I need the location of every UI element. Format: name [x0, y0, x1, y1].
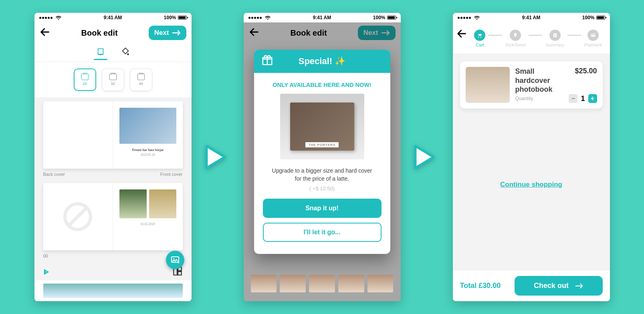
- status-bar: 9:41 AM 100%: [453, 13, 610, 22]
- page-num-left: 00: [43, 254, 48, 258]
- svg-point-0: [127, 53, 129, 55]
- nav-bar: Book edit Next: [34, 22, 192, 43]
- status-bar: 9:41 AM 100%: [244, 13, 401, 22]
- back-button[interactable]: [39, 26, 50, 39]
- screen-title: Book edit: [81, 28, 118, 38]
- flow-arrow-icon: [201, 143, 228, 171]
- tabs: [34, 43, 192, 58]
- step-cart[interactable]: Cart: [474, 30, 485, 47]
- upsell-price: ( +$ 12.50): [263, 185, 382, 191]
- modal-title: Special! ✨: [299, 56, 345, 66]
- size-32[interactable]: 32: [102, 68, 124, 91]
- continue-shopping-link[interactable]: Continue shopping: [460, 181, 603, 189]
- quantity-stepper: − 1 +: [569, 94, 597, 103]
- cart-item: Small hardcover photobook $25.00 Quantit…: [460, 61, 603, 109]
- checkout-button[interactable]: Check out: [515, 276, 603, 296]
- battery-icon: [178, 16, 187, 20]
- qty-plus-button[interactable]: +: [588, 94, 597, 103]
- back-cover-label: Back cover: [43, 172, 65, 177]
- phone-upsell-modal: 9:41 AM 100% Book edit Next Special! ✨ O…: [244, 13, 401, 301]
- phone-book-edit: 9:41 AM 100% Book edit Next 24 32 40: [34, 13, 192, 301]
- phone-cart: 9:41 AM 100% Cart Pick/Send Summary Paym…: [453, 13, 610, 301]
- add-triangle-icon[interactable]: +: [43, 268, 50, 276]
- status-bar: 9:41 AM 100%: [34, 13, 192, 22]
- spread-page[interactable]: 02.02.2020: [43, 183, 183, 250]
- size-40[interactable]: 40: [130, 68, 152, 91]
- decline-upsell-button[interactable]: I'll let it go...: [263, 223, 382, 242]
- photo-strip[interactable]: [34, 280, 192, 301]
- qty-value: 1: [581, 95, 585, 103]
- order-total: Total £30.00: [460, 282, 501, 290]
- tab-color[interactable]: [119, 46, 131, 58]
- step-payment[interactable]: Payment: [584, 30, 602, 47]
- status-time: 9:41 AM: [34, 15, 192, 20]
- accept-upsell-button[interactable]: Snap it up!: [263, 199, 382, 218]
- svg-rect-6: [591, 34, 596, 35]
- qty-minus-button[interactable]: −: [569, 94, 577, 103]
- product-name: Small hardcover photobook: [515, 67, 571, 94]
- availability-text: ONLY AVAILABLE HERE AND NOW!: [263, 82, 382, 88]
- upsell-modal: Special! ✨ ONLY AVAILABLE HERE AND NOW! …: [254, 50, 390, 254]
- gift-icon: [261, 54, 273, 68]
- cover-caption: Festen har bara börjat: [119, 148, 176, 152]
- flow-arrow-icon: [410, 143, 437, 171]
- next-button[interactable]: Next: [149, 26, 187, 40]
- product-image: THE PORTERS: [280, 94, 364, 159]
- cover-date: 2020.05.20: [119, 153, 176, 157]
- spread-cover[interactable]: Festen har bara börjat 2020.05.20: [43, 101, 183, 169]
- quantity-label: Quantity: [515, 96, 533, 101]
- page-date: 02.02.2020: [119, 222, 176, 226]
- upsell-description: Upgrade to a bigger size and hard coverf…: [263, 167, 382, 183]
- size-24[interactable]: 24: [74, 68, 96, 91]
- step-summary[interactable]: Summary: [545, 30, 564, 47]
- step-pick-send[interactable]: Pick/Send: [505, 30, 525, 47]
- back-button[interactable]: [456, 28, 467, 41]
- cover-photo: [119, 108, 176, 144]
- svg-text:+: +: [45, 270, 47, 274]
- empty-slot-icon: [63, 202, 92, 231]
- front-cover-label: Front cover: [160, 172, 183, 177]
- image-fab[interactable]: [166, 251, 184, 269]
- cart-item-image: [466, 67, 510, 103]
- svg-point-3: [173, 258, 174, 260]
- size-options: 24 32 40: [34, 62, 192, 97]
- tab-pages[interactable]: [95, 46, 107, 58]
- checkout-steps: Cart Pick/Send Summary Payment: [470, 26, 607, 50]
- product-price: $25.00: [575, 67, 597, 94]
